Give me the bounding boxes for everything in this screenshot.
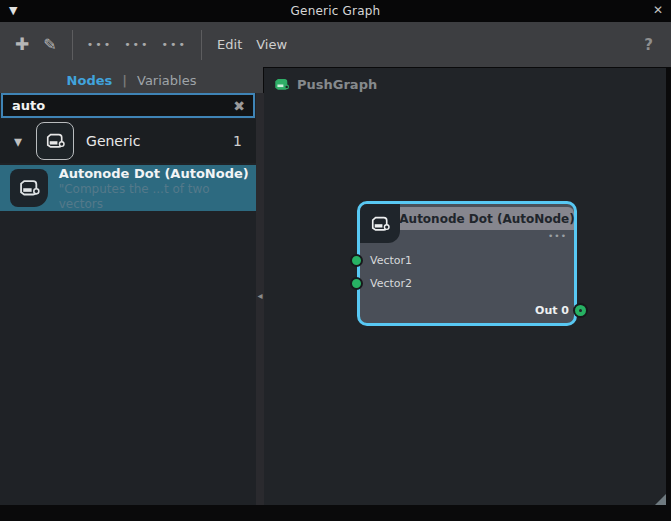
input-label-vector2: Vector2 bbox=[370, 277, 412, 290]
search-result-autonode-dot[interactable]: Autonode Dot (AutoNode) "Computes the ..… bbox=[0, 165, 256, 211]
sidebar-tab-strip: Nodes | Variables bbox=[0, 67, 263, 93]
category-row-generic[interactable]: ▾ Generic 1 bbox=[0, 119, 256, 163]
window-title: Generic Graph bbox=[0, 4, 671, 18]
graph-breadcrumb: PushGraph bbox=[273, 76, 377, 93]
add-node-button[interactable]: ✚ bbox=[8, 32, 36, 57]
graph-name-label: PushGraph bbox=[297, 77, 377, 92]
window-menu-icon[interactable]: ▼ bbox=[9, 4, 17, 17]
sidebar-resize-divider[interactable]: ◂ bbox=[256, 93, 264, 505]
tab-separator: | bbox=[122, 73, 127, 88]
node-autonode-dot[interactable]: Autonode Dot (AutoNode) ••• Vector1 Vect… bbox=[357, 201, 577, 326]
node-icon-box bbox=[360, 204, 400, 243]
search-input[interactable]: auto ✖ bbox=[1, 93, 255, 118]
title-bar: ▼ Generic Graph ✕ bbox=[0, 0, 671, 22]
toolbar: ✚ ✎ ••• ••• ••• Edit View ? bbox=[0, 22, 671, 67]
input-label-vector1: Vector1 bbox=[370, 254, 412, 267]
tab-variables[interactable]: Variables bbox=[137, 73, 196, 88]
graph-tag-icon bbox=[273, 76, 290, 93]
node-title: Autonode Dot (AutoNode) bbox=[399, 212, 574, 226]
output-label-out0: Out 0 bbox=[535, 304, 569, 317]
ellipsis-button-2[interactable]: ••• bbox=[118, 34, 155, 55]
ellipsis-button-3[interactable]: ••• bbox=[156, 34, 193, 55]
menu-view[interactable]: View bbox=[249, 33, 294, 56]
output-row-out0: Out 0 bbox=[535, 304, 586, 317]
category-icon-button[interactable] bbox=[36, 122, 74, 160]
ellipsis-button-1[interactable]: ••• bbox=[81, 34, 118, 55]
input-row-vector1: Vector1 bbox=[350, 254, 412, 267]
help-button[interactable]: ? bbox=[634, 32, 663, 58]
category-count: 1 bbox=[233, 133, 242, 149]
toolbar-separator bbox=[201, 30, 202, 60]
toolbar-separator bbox=[72, 30, 73, 60]
result-node-tag-icon bbox=[10, 169, 48, 207]
result-description: "Computes the ...t of two vectors bbox=[59, 182, 256, 212]
collapse-sidebar-icon[interactable]: ◂ bbox=[257, 290, 262, 301]
node-options-icon[interactable]: ••• bbox=[548, 231, 567, 241]
close-icon[interactable]: ✕ bbox=[653, 3, 663, 17]
graph-canvas[interactable]: PushGraph Autonode Dot (AutoNode) ••• bbox=[264, 68, 666, 505]
category-label: Generic bbox=[86, 133, 233, 149]
result-title: Autonode Dot (AutoNode) bbox=[59, 165, 256, 182]
output-pin-out0[interactable] bbox=[575, 305, 586, 316]
chevron-down-icon[interactable]: ▾ bbox=[0, 132, 36, 151]
edit-pencil-button[interactable]: ✎ bbox=[36, 33, 63, 57]
tab-nodes[interactable]: Nodes bbox=[67, 73, 113, 88]
result-text: Autonode Dot (AutoNode) "Computes the ..… bbox=[59, 165, 256, 212]
node-tag-icon bbox=[44, 130, 66, 152]
search-query-text[interactable]: auto bbox=[3, 98, 233, 113]
input-pin-vector1[interactable] bbox=[350, 254, 363, 267]
input-pin-vector2[interactable] bbox=[350, 277, 363, 290]
menu-edit[interactable]: Edit bbox=[210, 33, 249, 56]
window-resize-grip[interactable] bbox=[655, 494, 666, 505]
node-tag-icon bbox=[369, 213, 391, 235]
bottom-edge bbox=[0, 505, 671, 521]
input-row-vector2: Vector2 bbox=[350, 277, 412, 290]
node-search-panel: auto ✖ ▾ Generic 1 bbox=[0, 93, 256, 505]
generic-graph-window: ▼ Generic Graph ✕ ✚ ✎ ••• ••• ••• Edit V… bbox=[0, 0, 671, 521]
clear-search-icon[interactable]: ✖ bbox=[233, 98, 253, 114]
